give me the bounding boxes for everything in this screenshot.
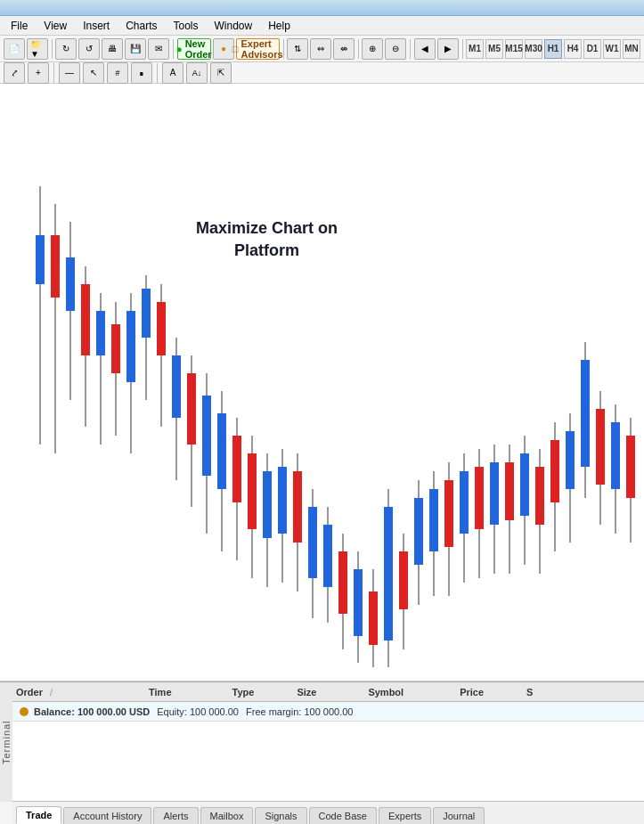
menu-insert[interactable]: Insert bbox=[76, 18, 117, 34]
tf-h4[interactable]: H4 bbox=[564, 39, 582, 59]
svg-rect-42 bbox=[338, 551, 347, 614]
svg-rect-70 bbox=[550, 440, 559, 502]
btn-zoom-out[interactable]: ⊖ bbox=[385, 38, 406, 60]
title-bar bbox=[0, 0, 644, 16]
btn-period-next[interactable]: ▶ bbox=[437, 38, 459, 60]
btn-gold[interactable]: ● bbox=[213, 38, 234, 60]
btn-save[interactable]: 💾 bbox=[125, 38, 146, 60]
svg-rect-4 bbox=[51, 235, 60, 298]
tf-mn[interactable]: MN bbox=[623, 39, 640, 59]
menu-view[interactable]: View bbox=[37, 18, 74, 34]
btn-arrow[interactable]: ⇱ bbox=[210, 62, 232, 84]
tf-m1[interactable]: M1 bbox=[466, 39, 484, 59]
toolbar-main: 📄 📁▼ ↻ ↺ 🖶 💾 ✉ ● New Order ● □ Expert Ad… bbox=[0, 36, 644, 62]
svg-rect-52 bbox=[414, 498, 423, 565]
col-time[interactable]: Time bbox=[149, 687, 171, 698]
terminal-columns: Order / Time Type Size Symbol Price S bbox=[12, 682, 644, 702]
menu-window[interactable]: Window bbox=[208, 18, 260, 34]
btn-chart-t3[interactable]: ⇎ bbox=[333, 38, 355, 60]
svg-rect-76 bbox=[596, 409, 605, 485]
sep8 bbox=[157, 63, 158, 83]
svg-rect-0 bbox=[0, 97, 644, 667]
btn-gann[interactable]: # bbox=[107, 62, 128, 84]
btn-print[interactable]: 🖶 bbox=[102, 38, 123, 60]
btn-redo[interactable]: ↺ bbox=[78, 38, 100, 60]
svg-rect-32 bbox=[263, 471, 272, 538]
menu-tools[interactable]: Tools bbox=[167, 18, 206, 34]
balance-bar: Balance: 100 000.00 USD Equity: 100 000.… bbox=[12, 702, 644, 722]
btn-undo[interactable]: ↻ bbox=[55, 38, 77, 60]
terminal-side-label: Terminal bbox=[0, 682, 12, 802]
btn-trend[interactable]: ↖ bbox=[83, 62, 104, 84]
col-size[interactable]: Size bbox=[297, 687, 316, 698]
svg-rect-54 bbox=[429, 489, 438, 551]
main-area: Maximize Chart onPlatform Terminal Order… bbox=[0, 84, 644, 824]
tab-trade[interactable]: Trade bbox=[16, 806, 61, 824]
trade-area bbox=[12, 722, 644, 801]
svg-rect-20 bbox=[172, 355, 181, 418]
svg-rect-80 bbox=[626, 436, 635, 498]
svg-rect-14 bbox=[126, 311, 135, 382]
svg-rect-2 bbox=[36, 235, 45, 284]
tf-m30[interactable]: M30 bbox=[525, 39, 542, 59]
menu-charts[interactable]: Charts bbox=[118, 18, 164, 34]
btn-text2[interactable]: A↓ bbox=[186, 62, 208, 84]
btn-zoom-in[interactable]: ⊕ bbox=[362, 38, 383, 60]
svg-rect-60 bbox=[475, 467, 484, 529]
svg-rect-8 bbox=[81, 284, 90, 355]
svg-rect-34 bbox=[278, 467, 287, 534]
col-price[interactable]: Price bbox=[460, 687, 484, 698]
btn-text[interactable]: A bbox=[162, 62, 183, 84]
svg-rect-58 bbox=[460, 471, 469, 534]
svg-rect-68 bbox=[535, 467, 544, 525]
tf-w1[interactable]: W1 bbox=[603, 39, 621, 59]
svg-rect-38 bbox=[308, 507, 317, 578]
menu-bar: File View Insert Charts Tools Window Hel… bbox=[0, 16, 644, 36]
tf-m15[interactable]: M15 bbox=[505, 39, 523, 59]
btn-chart-t2[interactable]: ⇔ bbox=[310, 38, 331, 60]
svg-rect-50 bbox=[399, 551, 408, 609]
svg-rect-30 bbox=[248, 453, 257, 529]
expert-advisors-button[interactable]: □ Expert Advisors bbox=[236, 38, 280, 60]
chart-area[interactable]: Maximize Chart onPlatform bbox=[0, 84, 644, 681]
tab-signals[interactable]: Signals bbox=[255, 807, 306, 824]
col-type[interactable]: Type bbox=[232, 687, 255, 698]
tab-alerts[interactable]: Alerts bbox=[153, 807, 198, 824]
menu-file[interactable]: File bbox=[4, 18, 35, 34]
svg-rect-48 bbox=[384, 507, 393, 640]
tf-d1[interactable]: D1 bbox=[583, 39, 601, 59]
btn-email[interactable]: ✉ bbox=[148, 38, 169, 60]
new-order-button[interactable]: ● New Order bbox=[177, 38, 211, 60]
tf-m5[interactable]: M5 bbox=[485, 39, 503, 59]
tab-code-base[interactable]: Code Base bbox=[309, 807, 377, 824]
btn-open-dropdown[interactable]: 📁▼ bbox=[27, 38, 48, 60]
btn-period-prev[interactable]: ◀ bbox=[414, 38, 436, 60]
balance-indicator bbox=[20, 707, 29, 716]
btn-fib[interactable]: ∎ bbox=[131, 62, 152, 84]
col-s[interactable]: S bbox=[526, 687, 533, 698]
btn-cursor[interactable]: ⤤ bbox=[4, 62, 25, 84]
btn-new[interactable]: 📄 bbox=[4, 38, 25, 60]
svg-rect-66 bbox=[520, 453, 529, 516]
tab-account-history[interactable]: Account History bbox=[63, 807, 151, 824]
tab-mailbox[interactable]: Mailbox bbox=[200, 807, 254, 824]
menu-help[interactable]: Help bbox=[261, 18, 298, 34]
btn-crosshair[interactable]: + bbox=[28, 62, 49, 84]
free-margin-text: Free margin: 100 000.00 bbox=[246, 706, 353, 717]
col-order[interactable]: Order bbox=[16, 687, 43, 698]
tf-h1[interactable]: H1 bbox=[544, 39, 562, 59]
svg-rect-10 bbox=[96, 311, 105, 355]
tab-experts[interactable]: Experts bbox=[379, 807, 431, 824]
svg-rect-40 bbox=[323, 525, 332, 587]
btn-chart-t1[interactable]: ⇅ bbox=[287, 38, 308, 60]
btn-hline[interactable]: — bbox=[59, 62, 80, 84]
svg-rect-74 bbox=[581, 360, 590, 467]
svg-rect-16 bbox=[142, 289, 151, 338]
col-symbol[interactable]: Symbol bbox=[368, 687, 404, 698]
svg-rect-28 bbox=[232, 436, 241, 502]
balance-text: Balance: 100 000.00 USD bbox=[34, 706, 150, 717]
svg-rect-12 bbox=[111, 324, 120, 373]
tab-journal[interactable]: Journal bbox=[433, 807, 485, 824]
svg-rect-22 bbox=[187, 373, 196, 445]
svg-rect-6 bbox=[66, 257, 75, 311]
